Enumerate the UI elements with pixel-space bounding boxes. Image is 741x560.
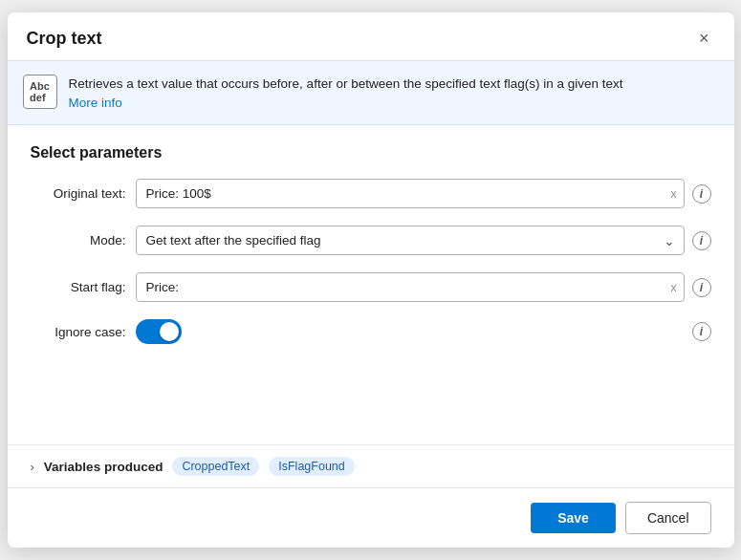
original-text-clear[interactable]: x (671, 187, 677, 201)
original-text-input[interactable] (136, 179, 685, 208)
ignore-case-toggle[interactable] (136, 319, 182, 344)
ignore-case-info-icon[interactable]: i (692, 322, 711, 341)
mode-select[interactable]: Get text before the specified flag Get t… (136, 226, 685, 255)
variables-row: › Variables produced CroppedText IsFlagF… (8, 444, 734, 487)
start-flag-control: x i (136, 272, 711, 302)
start-flag-row: Start flag: x i (31, 272, 711, 302)
save-button[interactable]: Save (531, 503, 616, 533)
mode-info-icon[interactable]: i (692, 231, 711, 250)
ignore-case-label: Ignore case: (31, 325, 126, 339)
variables-label: Variables produced (44, 460, 163, 474)
close-button[interactable]: × (693, 28, 715, 49)
toggle-thumb (160, 322, 179, 341)
ignore-case-row: Ignore case: i (31, 319, 711, 344)
more-info-link[interactable]: More info (69, 96, 122, 110)
dialog-footer: Save Cancel (8, 487, 734, 548)
original-text-row: Original text: x i (31, 179, 711, 208)
mode-select-wrapper: Get text before the specified flag Get t… (136, 226, 685, 255)
original-text-label: Original text: (31, 186, 126, 201)
original-text-wrapper: x (136, 179, 685, 208)
mode-row: Mode: Get text before the specified flag… (31, 226, 711, 255)
start-flag-input[interactable] (136, 272, 685, 302)
start-flag-clear[interactable]: x (671, 281, 677, 294)
info-banner: Abcdef Retrieves a text value that occur… (8, 61, 734, 125)
variable-badge-is-flag-found: IsFlagFound (269, 457, 354, 476)
params-section: Select parameters Original text: x i Mod… (8, 125, 734, 441)
section-title: Select parameters (31, 144, 711, 162)
variables-chevron-icon[interactable]: › (31, 460, 34, 474)
abc-icon: Abcdef (23, 75, 57, 109)
crop-text-dialog: Crop text × Abcdef Retrieves a text valu… (8, 12, 734, 548)
start-flag-info-icon[interactable]: i (692, 278, 711, 297)
banner-text: Retrieves a text value that occurs befor… (69, 75, 623, 111)
mode-label: Mode: (31, 233, 126, 248)
dialog-header: Crop text × (8, 12, 734, 61)
original-text-control: x i (136, 179, 711, 208)
cancel-button[interactable]: Cancel (625, 502, 711, 534)
variable-badge-cropped-text: CroppedText (172, 457, 259, 476)
dialog-title: Crop text (27, 29, 102, 49)
banner-description: Retrieves a text value that occurs befor… (69, 75, 623, 94)
start-flag-label: Start flag: (31, 280, 126, 294)
mode-control: Get text before the specified flag Get t… (136, 226, 711, 255)
ignore-case-control: i (136, 319, 711, 344)
original-text-info-icon[interactable]: i (692, 184, 711, 204)
start-flag-wrapper: x (136, 272, 685, 302)
